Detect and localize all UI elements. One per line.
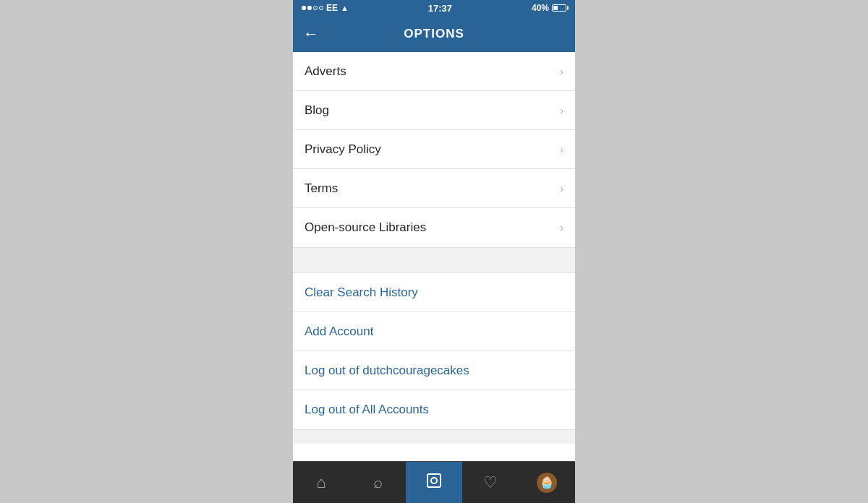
home-icon: ⌂	[316, 473, 326, 492]
nav-camera[interactable]	[406, 462, 462, 503]
battery-icon	[552, 4, 566, 12]
menu-label-blog: Blog	[305, 103, 329, 118]
signal-dot-2	[307, 6, 312, 10]
page-title: OPTIONS	[404, 27, 464, 41]
menu-label-adverts: Adverts	[305, 64, 346, 79]
battery-fill	[553, 6, 558, 10]
menu-item-blog[interactable]: Blog ›	[293, 91, 575, 130]
section-divider	[293, 247, 575, 273]
action-label-add-account: Add Account	[305, 324, 373, 339]
nav-profile[interactable]: 🧁	[519, 462, 575, 503]
options-content: Adverts › Blog › Privacy Policy › Terms …	[293, 52, 575, 461]
chevron-icon-opensource: ›	[560, 222, 563, 233]
menu-item-opensource[interactable]: Open-source Libraries ›	[293, 208, 575, 247]
chevron-icon-privacy: ›	[560, 144, 563, 155]
svg-point-1	[431, 478, 437, 483]
signal-dot-4	[319, 6, 323, 10]
menu-label-privacy: Privacy Policy	[305, 142, 381, 157]
bottom-section-divider	[293, 429, 575, 444]
nav-home[interactable]: ⌂	[293, 462, 349, 503]
nav-search[interactable]: ⌕	[349, 462, 406, 503]
profile-avatar: 🧁	[537, 473, 557, 493]
svg-rect-0	[427, 474, 441, 487]
heart-icon: ♡	[483, 473, 498, 492]
action-label-logout-all: Log out of All Accounts	[305, 403, 429, 417]
action-label-clear-history: Clear Search History	[305, 285, 418, 300]
status-right: 40%	[532, 3, 566, 13]
battery-percent: 40%	[532, 3, 549, 13]
back-button[interactable]: ←	[303, 26, 319, 42]
signal-dot-1	[302, 6, 306, 10]
action-section: Clear Search History Add Account Log out…	[293, 273, 575, 429]
menu-section: Adverts › Blog › Privacy Policy › Terms …	[293, 52, 575, 247]
phone-frame: EE ▲ 17:37 40% ← OPTIONS Adverts › Blog …	[293, 0, 575, 503]
search-icon: ⌕	[373, 473, 383, 492]
header: ← OPTIONS	[293, 16, 575, 52]
nav-activity[interactable]: ♡	[462, 462, 519, 503]
menu-label-terms: Terms	[305, 181, 338, 196]
menu-label-opensource: Open-source Libraries	[305, 220, 426, 235]
time-display: 17:37	[428, 3, 452, 14]
chevron-icon-adverts: ›	[560, 66, 563, 77]
action-label-logout-user: Log out of dutchcouragecakes	[305, 364, 469, 378]
action-item-add-account[interactable]: Add Account	[293, 312, 575, 351]
action-item-logout-user[interactable]: Log out of dutchcouragecakes	[293, 351, 575, 390]
wifi-icon: ▲	[341, 4, 349, 12]
status-bar: EE ▲ 17:37 40%	[293, 0, 575, 16]
menu-item-terms[interactable]: Terms ›	[293, 169, 575, 208]
chevron-icon-blog: ›	[560, 105, 563, 116]
menu-item-adverts[interactable]: Adverts ›	[293, 52, 575, 91]
status-left: EE ▲	[302, 3, 349, 13]
signal-dots	[302, 6, 323, 10]
camera-icon	[425, 472, 443, 494]
signal-dot-3	[313, 6, 318, 10]
chevron-icon-terms: ›	[560, 183, 563, 194]
action-item-clear-history[interactable]: Clear Search History	[293, 273, 575, 312]
carrier-label: EE	[326, 3, 338, 13]
menu-item-privacy[interactable]: Privacy Policy ›	[293, 130, 575, 169]
action-item-logout-all[interactable]: Log out of All Accounts	[293, 390, 575, 429]
bottom-nav: ⌂ ⌕ ♡ 🧁	[293, 461, 575, 503]
